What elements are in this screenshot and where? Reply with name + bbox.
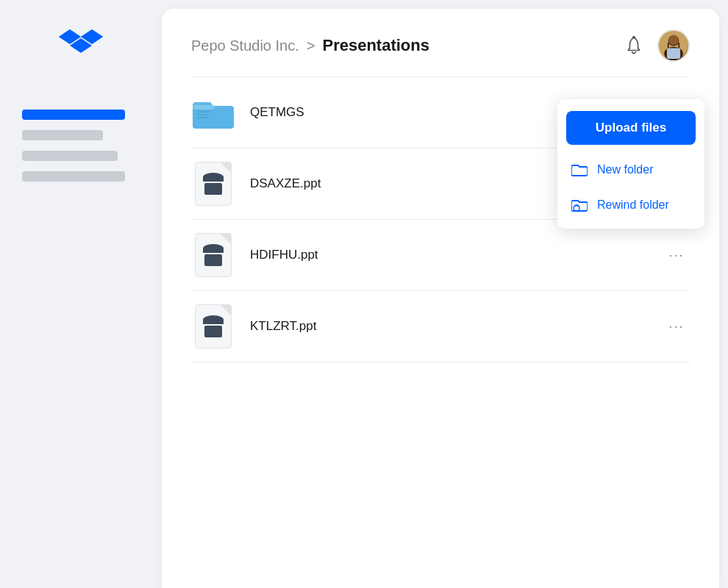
ppt-icon-wrap xyxy=(191,304,235,348)
dropbox-logo-icon xyxy=(59,29,103,62)
more-options-button[interactable]: ··· xyxy=(663,313,690,340)
new-folder-item[interactable]: New folder xyxy=(557,152,704,187)
ppt-body xyxy=(204,254,222,266)
avatar[interactable] xyxy=(657,29,690,62)
svg-point-9 xyxy=(668,35,679,46)
ppt-icon-wrap xyxy=(191,233,235,277)
ppt-hat xyxy=(203,244,224,253)
new-folder-label: New folder xyxy=(597,163,653,176)
logo-area xyxy=(59,29,103,65)
ppt-file-icon xyxy=(195,233,232,277)
file-list-area: Upload files New folder Rewind xyxy=(162,77,719,588)
rewind-folder-label: Rewind folder xyxy=(597,198,669,212)
svg-rect-10 xyxy=(668,43,669,48)
file-name: KTLZRT.ppt xyxy=(250,319,663,334)
ppt-hat xyxy=(203,173,224,182)
svg-point-14 xyxy=(574,205,579,211)
sidebar-item-1[interactable] xyxy=(22,130,103,140)
rewind-folder-icon xyxy=(571,196,588,214)
breadcrumb-current: Presentations xyxy=(322,36,429,55)
breadcrumb-parent[interactable]: Pepo Studio Inc. xyxy=(191,37,299,54)
more-options-button[interactable]: ··· xyxy=(663,242,690,268)
list-item[interactable]: KTLZRT.ppt ··· xyxy=(191,291,690,362)
breadcrumb-separator: > xyxy=(307,37,315,54)
svg-rect-11 xyxy=(678,43,679,48)
ppt-icon-wrap xyxy=(191,162,235,206)
upload-files-button[interactable]: Upload files xyxy=(566,111,696,145)
list-item[interactable]: HDIFHU.ppt ··· xyxy=(191,220,690,291)
file-name: HDIFHU.ppt xyxy=(250,248,663,262)
svg-rect-13 xyxy=(667,48,680,59)
ppt-body xyxy=(204,183,222,195)
ppt-file-icon xyxy=(195,162,232,206)
sidebar-item-active[interactable] xyxy=(22,110,125,120)
sidebar-item-2[interactable] xyxy=(22,151,118,161)
sidebar xyxy=(0,0,162,588)
ppt-hat xyxy=(203,315,224,324)
header: Pepo Studio Inc. > Presentations xyxy=(162,9,719,62)
svg-rect-16 xyxy=(193,105,215,110)
svg-point-5 xyxy=(633,37,635,38)
ppt-body xyxy=(204,326,222,337)
new-folder-icon xyxy=(571,161,588,179)
breadcrumb: Pepo Studio Inc. > Presentations xyxy=(191,36,429,55)
bell-icon xyxy=(624,36,643,55)
rewind-folder-item[interactable]: Rewind folder xyxy=(557,187,704,223)
sidebar-item-3[interactable] xyxy=(22,171,125,182)
main-panel: Pepo Studio Inc. > Presentations xyxy=(162,9,719,588)
avatar-image xyxy=(659,29,688,60)
sidebar-nav xyxy=(15,110,147,182)
folder-icon xyxy=(193,95,234,130)
svg-rect-17 xyxy=(197,111,210,112)
context-dropdown-menu: Upload files New folder Rewind xyxy=(557,99,704,229)
notification-bell-button[interactable] xyxy=(621,32,647,59)
header-icons xyxy=(621,29,690,62)
svg-rect-18 xyxy=(197,114,207,115)
folder-icon-wrap xyxy=(191,90,235,135)
svg-rect-19 xyxy=(197,117,209,118)
ppt-file-icon xyxy=(195,304,232,348)
